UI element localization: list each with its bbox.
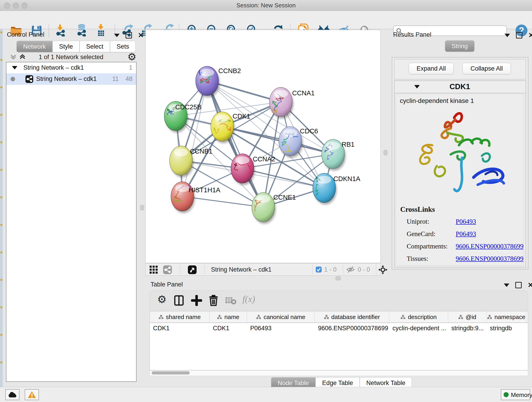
delete-column-icon[interactable] — [208, 294, 219, 306]
table-panel-close-icon[interactable]: ✕ — [528, 283, 532, 288]
network-selection-status: 1 of 1 Network selected — [3, 54, 139, 61]
expand-all-button[interactable]: Expand All — [409, 63, 454, 74]
hidden-counts: 0 - 0 — [358, 266, 370, 273]
left-splitter-handle[interactable] — [140, 205, 144, 211]
svg-text:CDKN1A: CDKN1A — [333, 175, 360, 182]
column-header[interactable]: shared name — [150, 312, 210, 322]
selected-counts: 1 - 0 — [324, 266, 336, 273]
crosshair-icon[interactable] — [378, 265, 387, 274]
results-panel: Results Panel ✕ String Expand All Collap… — [390, 30, 530, 271]
tab-sets[interactable]: Sets — [110, 41, 136, 52]
tree-collapse-icon[interactable] — [12, 66, 17, 70]
create-column-icon[interactable] — [191, 295, 202, 306]
hidden-eye-icon[interactable] — [346, 266, 355, 274]
node-section-body: cyclin-dependent kinase 1 — [395, 94, 524, 266]
table-panel-float-icon[interactable] — [515, 282, 522, 288]
network-view[interactable]: CCNB2CCNA1CDC25BCDK1CDC6RB1CCNB1CCNA2CDK… — [145, 30, 381, 263]
crosslink-label: Uniprot: — [407, 218, 429, 225]
hierarchy-icon — [158, 315, 164, 319]
memory-button[interactable]: Memory — [501, 389, 530, 400]
cloud-button[interactable] — [5, 389, 19, 400]
svg-text:CCNB1: CCNB1 — [190, 148, 212, 155]
warning-icon — [27, 391, 36, 399]
table-hscrollbar-thumb[interactable] — [152, 371, 190, 375]
table-cell[interactable]: 9606.ENSP00000378699 — [315, 323, 389, 333]
node-table: shared namenamecanonical namedatabase id… — [150, 311, 528, 370]
table-panel-menu-icon[interactable] — [504, 283, 509, 287]
control-panel-tabs: Network Style Select Sets — [17, 41, 136, 52]
tab-style[interactable]: Style — [52, 41, 80, 52]
crosslinks-title: CrossLinks — [400, 205, 435, 214]
svg-text:CDK1: CDK1 — [233, 113, 250, 120]
hierarchy-icon — [487, 315, 492, 319]
crosslink-label: GeneCard: — [407, 230, 436, 238]
table-cell[interactable]: cyclin-dependent ... — [389, 323, 448, 333]
crosslink-label: Compartments: — [407, 242, 448, 250]
crosslink-label: Tissues: — [407, 255, 428, 262]
warning-button[interactable] — [25, 389, 39, 400]
window-title: Session: New Session — [0, 2, 532, 9]
delete-table-icon[interactable] — [225, 296, 237, 305]
table-cell[interactable]: P06493 — [247, 323, 315, 333]
right-splitter-handle[interactable] — [384, 150, 387, 155]
crosslink-uniprot-link[interactable]: P06493 — [456, 218, 476, 225]
column-header[interactable]: description — [389, 312, 448, 322]
table-cell[interactable]: CDK1 — [150, 323, 210, 333]
memory-status-dot — [504, 392, 509, 397]
control-panel-menu-icon[interactable] — [114, 34, 120, 37]
birdseye-toggle-icon[interactable] — [188, 265, 197, 274]
table-cell[interactable]: CDK1 — [210, 323, 247, 333]
tab-network[interactable]: Network — [17, 41, 52, 52]
bottom-splitter-handle[interactable] — [336, 276, 341, 280]
node-section-header[interactable]: CDK1 — [394, 81, 526, 93]
column-header[interactable]: name — [210, 312, 247, 322]
table-row[interactable]: CDK1CDK1P064939606.ENSP00000378699cyclin… — [150, 323, 528, 333]
network-canvas[interactable]: CCNB2CCNA1CDC25BCDK1CDC6RB1CCNB1CCNA2CDK… — [146, 30, 380, 263]
column-header[interactable]: @id — [448, 312, 487, 322]
results-panel-close-icon[interactable]: ✕ — [528, 33, 532, 38]
network-status-dot — [11, 77, 15, 81]
table-cell[interactable]: stringdb:9... — [448, 323, 487, 333]
tab-string[interactable]: String — [445, 40, 475, 52]
control-panel-float-icon[interactable] — [126, 32, 132, 38]
share-view-icon[interactable] — [163, 265, 172, 274]
crosslink-genecard-link[interactable]: P06493 — [456, 230, 476, 238]
table-hscrollbar[interactable] — [150, 370, 528, 376]
crosslink-compartments-link[interactable]: 9606.ENSP00000378699 — [456, 242, 524, 250]
column-header[interactable]: namespace — [487, 312, 526, 322]
network-tree-child-row[interactable]: String Network – cdk1 11 48 — [6, 73, 136, 85]
section-collapse-icon[interactable] — [414, 85, 420, 89]
table-cell[interactable]: stringdb — [487, 323, 526, 333]
column-header[interactable]: database identifier — [315, 312, 389, 322]
memory-label: Memory — [511, 391, 532, 399]
crosslink-tissues-link[interactable]: 9606.ENSP00000378699 — [456, 255, 524, 262]
statusbar-separator — [376, 263, 376, 275]
results-panel-menu-icon[interactable] — [505, 34, 510, 37]
selected-checkbox-icon[interactable] — [316, 266, 322, 273]
expand-collapse-box: Expand All Collapse All — [394, 59, 526, 80]
control-panel: Control Panel ✕ Network Style Select Set… — [3, 30, 139, 383]
svg-text:CCNB2: CCNB2 — [218, 67, 241, 75]
table-panel: Table Panel ✕ ⚙ f(x) shared namenamecano… — [147, 280, 530, 387]
svg-text:CCNE1: CCNE1 — [273, 194, 296, 201]
background-window-strip — [0, 29, 3, 387]
network-collection-count: 1 — [121, 64, 133, 71]
grid-view-icon[interactable] — [149, 265, 158, 274]
network-tree-root-row[interactable]: String Network – cdk1 1 — [6, 62, 136, 73]
tab-select[interactable]: Select — [80, 41, 110, 52]
svg-text:CDC25B: CDC25B — [175, 103, 201, 111]
results-panel-float-icon[interactable] — [516, 32, 522, 38]
main-toolbar: ? — [0, 11, 532, 29]
collapse-all-button[interactable]: Collapse All — [462, 63, 511, 74]
results-panel-title: Results Panel — [393, 31, 431, 38]
hierarchy-icon — [400, 315, 405, 319]
control-panel-title: Control Panel — [7, 31, 44, 38]
table-settings-gear-icon[interactable]: ⚙ — [157, 293, 167, 306]
control-panel-close-icon[interactable]: ✕ — [138, 33, 144, 38]
column-header[interactable]: canonical name — [247, 312, 315, 322]
network-node-count: 11 — [107, 75, 119, 83]
function-builder-icon[interactable]: f(x) — [242, 294, 255, 304]
show-columns-icon[interactable] — [174, 295, 185, 306]
network-options-gear-icon[interactable]: ⚙ — [127, 51, 136, 63]
statusbar-separator — [180, 265, 180, 274]
